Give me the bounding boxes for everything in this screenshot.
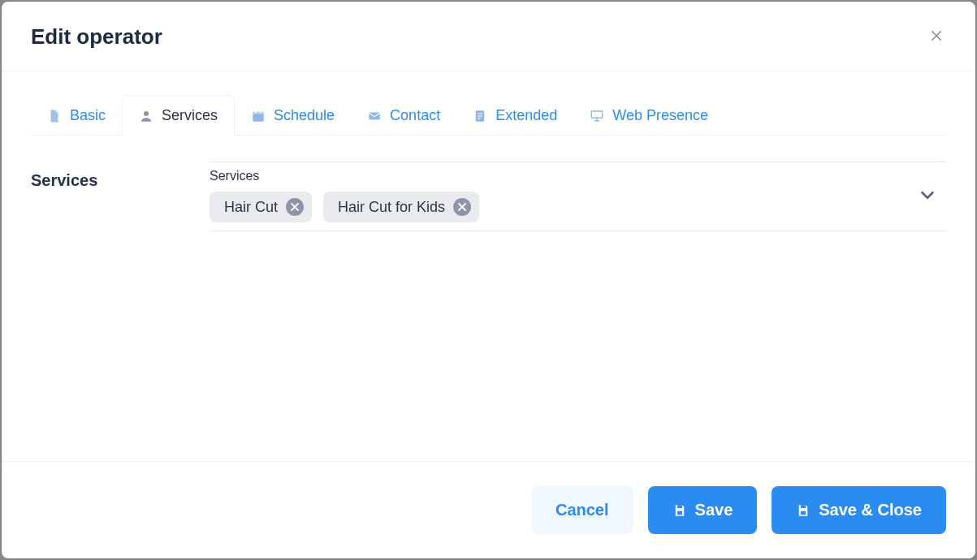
envelope-icon [367,109,382,123]
close-icon [291,201,299,213]
button-label: Save [695,501,733,519]
remove-chip-button[interactable] [286,198,304,216]
tab-contact[interactable]: Contact [351,96,456,135]
remove-chip-button[interactable] [453,198,471,216]
button-label: Save & Close [819,501,922,519]
tab-extended[interactable]: Extended [456,96,573,135]
tab-basic[interactable]: Basic [31,96,122,135]
modal-body: Basic Services Schedule Contact [2,71,975,461]
close-icon [929,28,944,45]
field-label: Services [210,169,946,183]
cancel-button[interactable]: Cancel [531,486,633,534]
chip-label: Hair Cut for Kids [338,199,445,216]
chip-label: Hair Cut [224,199,278,216]
tabs-bar: Basic Services Schedule Contact [31,94,946,136]
service-chip: Hair Cut [210,192,312,222]
chevron-down-icon [917,196,938,209]
selected-services: Hair Cut Hair Cut for Kids [210,192,946,222]
edit-operator-modal: Edit operator Basic Services [2,2,975,558]
form-area: Services Services Hair Cut [31,136,946,231]
svg-rect-7 [369,112,380,119]
button-label: Cancel [556,501,609,519]
user-icon [139,109,153,123]
field-column: Services Hair Cut Hair Cut for Kids [210,162,946,231]
svg-rect-19 [677,505,682,508]
save-icon [672,503,687,518]
svg-point-2 [144,111,149,116]
tab-schedule[interactable]: Schedule [235,96,351,135]
tab-label: Contact [390,107,440,124]
services-field[interactable]: Services Hair Cut Hair Cut for Kids [210,162,946,231]
modal-header: Edit operator [2,2,975,71]
svg-rect-22 [801,510,806,515]
svg-rect-12 [591,111,603,118]
close-icon [458,201,466,213]
tab-label: Extended [495,107,557,124]
svg-rect-20 [677,510,682,515]
svg-rect-4 [253,111,264,114]
dropdown-toggle[interactable] [914,182,941,212]
modal-footer: Cancel Save Save & Close [2,461,975,558]
section-label: Services [31,162,177,231]
tab-services[interactable]: Services [122,95,235,136]
tab-label: Schedule [274,107,335,124]
save-button[interactable]: Save [648,486,758,534]
close-button[interactable] [927,28,946,47]
tab-label: Services [162,107,218,124]
tab-label: Web Presence [612,107,708,124]
tab-web-presence[interactable]: Web Presence [573,96,724,135]
svg-rect-21 [801,505,806,508]
tab-label: Basic [70,107,106,124]
modal-title: Edit operator [31,24,162,50]
save-icon [796,503,811,518]
save-close-button[interactable]: Save & Close [772,486,946,534]
service-chip: Hair Cut for Kids [323,192,479,222]
presentation-icon [590,109,604,123]
file-icon [47,109,62,123]
calendar-icon [251,109,266,123]
document-icon [473,109,487,123]
